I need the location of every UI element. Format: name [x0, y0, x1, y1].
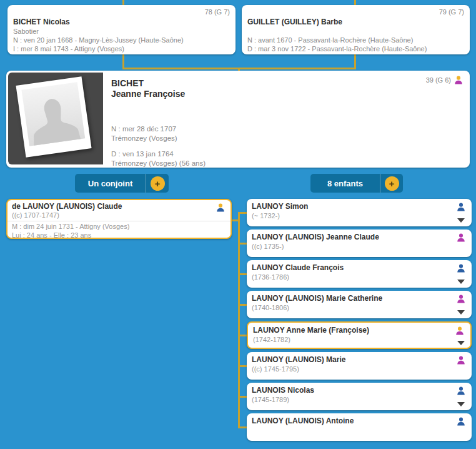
birth-block: N : mer 28 déc 1707 Trémonzey (Vosges)	[111, 124, 177, 143]
person-occupation	[247, 27, 464, 36]
male-person-icon	[456, 263, 466, 273]
spouse-name: de LAUNOY (LAUNOIS) Claude	[12, 202, 209, 211]
spouse-card[interactable]: de LAUNOY (LAUNOIS) Claude ((c) 1707-174…	[6, 199, 232, 239]
family-tree-view: 78 (G 7) BICHET Nicolas Sabotier N : ven…	[0, 0, 476, 449]
birth-line: N : avant 1670 - Passavant-la-Rochère (H…	[247, 36, 464, 44]
person-name: BICHET Nicolas	[13, 18, 229, 26]
connector-line	[231, 219, 239, 221]
child-dates: (1742-1782)	[253, 336, 465, 343]
person-name: GUILLET (GUILLEY) Barbe	[247, 18, 464, 26]
children-section-label: 8 enfants	[310, 174, 380, 193]
child-name: LAUNOY Anne Marie (Françoise)	[253, 326, 449, 335]
main-person-name: BICHET Jeanne Françoise	[111, 78, 185, 99]
connector-line	[354, 0, 356, 5]
given-names: Jeanne Françoise	[111, 89, 185, 99]
burial-line: I : mer 8 mai 1743 - Attigny (Vosges)	[13, 44, 230, 53]
expand-children-arrow-icon[interactable]	[457, 218, 465, 223]
expand-children-arrow-icon[interactable]	[457, 402, 465, 406]
child-card[interactable]: LAUNOIS Nicolas (1745-1789)	[247, 383, 472, 410]
child-name: LAUNOY (LAUNOIS) Marie Catherine	[252, 294, 450, 303]
connector-line	[122, 0, 124, 5]
surname: BICHET	[111, 78, 185, 89]
person-occupation: Sabotier	[13, 27, 230, 36]
mother-card[interactable]: 79 (G 7) GUILLET (GUILLEY) Barbe N : ava…	[242, 5, 470, 54]
sosa-number-badge: 79 (G 7)	[439, 8, 464, 16]
child-card[interactable]: LAUNOY (LAUNOIS) Antoine	[247, 413, 472, 441]
expand-children-arrow-icon[interactable]	[457, 280, 465, 284]
child-card[interactable]: LAUNOY (LAUNOIS) Marie ((c) 1745-1795)	[247, 352, 472, 380]
male-person-icon	[456, 202, 466, 212]
child-card-highlighted[interactable]: LAUNOY Anne Marie (Françoise) (1742-1782…	[247, 321, 472, 349]
death-date: D : ven 13 jan 1764	[111, 149, 206, 159]
child-dates: ((c) 1735-)	[252, 243, 467, 250]
marriage-line: M : dim 24 juin 1731 - Attigny (Vosges)	[12, 222, 226, 231]
birth-date: N : mer 28 déc 1707	[111, 124, 177, 134]
child-card[interactable]: LAUNOY (LAUNOIS) Jeanne Claude ((c) 1735…	[247, 230, 472, 257]
child-name: LAUNOY (LAUNOIS) Marie	[252, 355, 450, 364]
marriage-block: M : dim 24 juin 1731 - Attigny (Vosges) …	[7, 221, 231, 240]
child-dates: (1745-1789)	[252, 396, 467, 403]
child-dates: (1740-1806)	[252, 304, 467, 311]
father-card[interactable]: 78 (G 7) BICHET Nicolas Sabotier N : ven…	[7, 5, 236, 54]
child-name: LAUNOIS Nicolas	[252, 386, 450, 395]
child-card[interactable]: LAUNOY Simon (~ 1732-)	[247, 199, 472, 226]
child-name: LAUNOY Simon	[252, 202, 450, 211]
connector-line	[238, 335, 247, 336]
spouses-section-header: Un conjoint +	[75, 174, 169, 193]
connector-line	[238, 304, 247, 306]
person-silhouette-icon	[27, 93, 82, 146]
child-name: LAUNOY (LAUNOIS) Antoine	[252, 416, 450, 425]
sosa-number-badge: 78 (G 7)	[205, 8, 230, 16]
spouse-dates: ((c) 1707-1747)	[12, 211, 226, 219]
portrait-area[interactable]	[8, 73, 103, 164]
female-person-icon	[456, 355, 466, 365]
birth-line: N : ven 20 jan 1668 - Magny-Lès-Jussey (…	[13, 36, 230, 44]
main-person-card: 39 (G 6) BICHET Jeanne Françoise N : mer…	[6, 71, 470, 168]
child-dates: (~ 1732-)	[252, 212, 467, 219]
birth-place: Trémonzey (Vosges)	[111, 134, 177, 143]
add-child-button[interactable]: +	[385, 176, 399, 191]
death-line: D : mar 3 nov 1722 - Passavant-la-Rochèr…	[247, 44, 464, 53]
spouses-section-label: Un conjoint	[75, 174, 146, 193]
photo-placeholder	[16, 76, 91, 158]
female-person-icon	[456, 233, 466, 243]
child-dates: ((c) 1745-1795)	[252, 365, 467, 373]
male-sosa-person-icon	[216, 203, 226, 213]
sosa-badge-row: 39 (G 6)	[426, 75, 464, 85]
death-place: Trémonzey (Vosges) (56 ans)	[111, 159, 206, 168]
connector-line	[238, 396, 247, 398]
add-spouse-button[interactable]: +	[151, 176, 165, 191]
death-block: D : ven 13 jan 1764 Trémonzey (Vosges) (…	[111, 149, 206, 168]
connector-line	[238, 243, 247, 245]
child-name: LAUNOY Claude François	[252, 263, 450, 272]
male-person-icon	[456, 386, 466, 396]
child-name: LAUNOY (LAUNOIS) Jeanne Claude	[252, 233, 450, 241]
expand-children-arrow-icon[interactable]	[457, 310, 465, 315]
male-person-icon	[456, 416, 466, 426]
female-sosa-person-icon	[454, 75, 464, 85]
connector-line	[238, 365, 247, 367]
female-person-icon	[456, 294, 466, 304]
add-child-segment: +	[380, 174, 403, 193]
expand-children-arrow-icon[interactable]	[457, 341, 465, 345]
connector-line	[238, 212, 247, 214]
child-card[interactable]: LAUNOY Claude François (1736-1786)	[247, 260, 472, 288]
child-card[interactable]: LAUNOY (LAUNOIS) Marie Catherine (1740-1…	[247, 291, 472, 318]
sosa-number-badge: 39 (G 6)	[426, 76, 451, 84]
female-sosa-person-icon	[455, 326, 465, 336]
connector-line	[238, 273, 247, 275]
child-dates: (1736-1786)	[252, 273, 467, 281]
add-spouse-segment: +	[146, 174, 169, 193]
connector-line	[238, 426, 247, 428]
marriage-ages: Lui : 24 ans - Elle : 23 ans	[12, 231, 226, 240]
children-section-header: 8 enfants +	[310, 174, 403, 193]
